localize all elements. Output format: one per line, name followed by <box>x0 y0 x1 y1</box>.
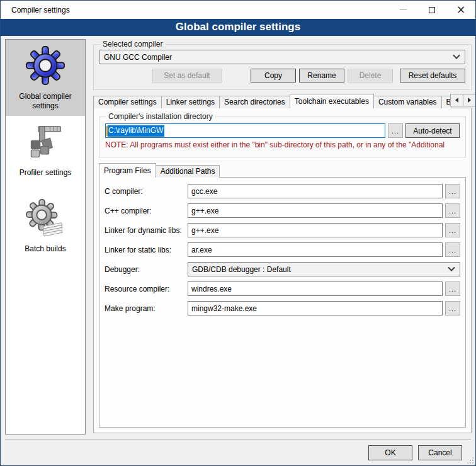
sidebar-item-label: Profiler settings <box>10 168 81 178</box>
page-title: Global compiler settings <box>1 19 475 36</box>
field-label: C++ compiler: <box>105 207 188 215</box>
resource-compiler-input[interactable] <box>188 281 443 296</box>
close-icon: × <box>456 4 465 15</box>
delete-button[interactable]: Delete <box>348 69 393 82</box>
tab-scroll-left-button[interactable] <box>450 94 463 106</box>
tab-scroll-right-button[interactable] <box>463 94 476 106</box>
chevron-down-icon <box>448 264 455 271</box>
row-c-compiler: C compiler: ... <box>105 184 460 198</box>
reset-defaults-button[interactable]: Reset defaults <box>400 69 465 82</box>
settings-category-list: Global compiler settings <box>5 39 86 435</box>
compiler-select[interactable]: GNU GCC Compiler <box>99 50 465 64</box>
minimize-button[interactable] <box>388 1 417 19</box>
selected-compiler-group: Selected compiler GNU GCC Compiler Set a… <box>93 40 472 90</box>
sidebar-item-label: Batch builds <box>10 244 81 254</box>
compiler-select-value: GNU GCC Compiler <box>104 53 454 62</box>
subtab-program-files[interactable]: Program Files <box>99 163 156 178</box>
footer-buttons: OK Cancel <box>368 445 462 460</box>
caliper-icon <box>25 122 65 162</box>
auto-detect-button[interactable]: Auto-detect <box>405 123 460 138</box>
row-debugger: Debugger: GDB/CDB debugger : Default <box>105 262 460 276</box>
field-label: Linker for static libs: <box>105 246 188 254</box>
sidebar-item-batch-builds[interactable]: Batch builds <box>6 192 85 268</box>
tab-search-directories[interactable]: Search directories <box>219 96 290 108</box>
ok-button[interactable]: OK <box>368 445 412 460</box>
program-files-panel: C compiler: ... C++ compiler: ... Linker… <box>99 177 466 428</box>
rename-button[interactable]: Rename <box>299 69 344 82</box>
row-make-program: Make program: ... <box>105 301 460 315</box>
tab-compiler-settings[interactable]: Compiler settings <box>93 96 162 108</box>
debugger-select-value: GDB/CDB debugger : Default <box>192 265 449 274</box>
footer-divider <box>5 440 471 440</box>
sidebar-item-profiler-settings[interactable]: Profiler settings <box>6 116 85 192</box>
maximize-button[interactable] <box>417 1 446 19</box>
linker-static-input[interactable] <box>188 242 443 257</box>
field-label: C compiler: <box>105 187 188 196</box>
browse-button[interactable]: ... <box>445 223 460 237</box>
tab-scroll-arrows <box>451 94 476 106</box>
close-button[interactable]: × <box>446 1 475 19</box>
installation-directory-input[interactable]: C:\raylib\MinGW <box>105 123 385 138</box>
browse-directory-button[interactable]: ... <box>388 123 403 138</box>
field-label: Linker for dynamic libs: <box>105 226 188 235</box>
cpp-compiler-input[interactable] <box>188 203 443 218</box>
c-compiler-input[interactable] <box>188 184 443 198</box>
browse-button[interactable]: ... <box>445 242 460 257</box>
field-label: Debugger: <box>105 265 188 274</box>
arrow-right-icon <box>468 98 471 103</box>
browse-button[interactable]: ... <box>445 301 460 315</box>
browse-button[interactable]: ... <box>445 281 460 296</box>
compiler-buttons-row: Set as default Copy Rename Delete Reset … <box>99 69 465 82</box>
row-cpp-compiler: C++ compiler: ... <box>105 203 460 218</box>
bin-subdirectory-note: NOTE: All programs must exist either in … <box>105 140 460 149</box>
resize-grip[interactable] <box>466 456 473 463</box>
copy-button[interactable]: Copy <box>251 69 296 82</box>
dialog-body: Global compiler settings <box>1 36 475 465</box>
maximize-icon <box>429 7 435 13</box>
tab-linker-settings[interactable]: Linker settings <box>161 96 220 108</box>
set-as-default-button[interactable]: Set as default <box>152 69 222 82</box>
row-linker-dynamic: Linker for dynamic libs: ... <box>105 223 460 237</box>
cancel-button[interactable]: Cancel <box>418 445 462 460</box>
compiler-settings-dialog: Compiler settings × Global compiler sett… <box>0 0 476 466</box>
tab-custom-variables[interactable]: Custom variables <box>373 96 442 108</box>
installation-directory-group: Compiler's installation directory C:\ray… <box>99 112 466 157</box>
gray-gear-stack-icon <box>25 198 65 238</box>
field-label: Resource compiler: <box>105 285 188 293</box>
browse-button[interactable]: ... <box>445 203 460 218</box>
toolchain-executables-page: Compiler's installation directory C:\ray… <box>93 108 472 433</box>
installation-directory-value: C:\raylib\MinGW <box>108 125 164 137</box>
subtab-additional-paths[interactable]: Additional Paths <box>156 165 220 178</box>
field-label: Make program: <box>105 304 188 313</box>
chevron-down-icon <box>453 52 460 59</box>
installation-directory-row: C:\raylib\MinGW ... Auto-detect <box>105 123 460 138</box>
sidebar-item-label: Global compiler settings <box>10 92 81 111</box>
tab-toolchain-executables[interactable]: Toolchain executables <box>290 94 374 108</box>
blue-gear-icon <box>25 45 65 86</box>
window-title: Compiler settings <box>1 6 388 14</box>
sidebar-item-global-compiler-settings[interactable]: Global compiler settings <box>6 40 85 116</box>
toolchain-subtabstrip: Program Files Additional Paths <box>99 164 466 178</box>
browse-button[interactable]: ... <box>445 184 460 198</box>
debugger-select[interactable]: GDB/CDB debugger : Default <box>188 262 460 276</box>
installation-directory-group-label: Compiler's installation directory <box>106 112 215 121</box>
make-program-input[interactable] <box>188 301 443 315</box>
arrow-left-icon <box>455 98 458 103</box>
row-linker-static: Linker for static libs: ... <box>105 242 460 257</box>
settings-tabstrip: Compiler settings Linker settings Search… <box>93 94 471 108</box>
row-resource-compiler: Resource compiler: ... <box>105 281 460 296</box>
linker-dynamic-input[interactable] <box>188 223 443 237</box>
titlebar: Compiler settings × <box>1 1 475 19</box>
selected-compiler-group-label: Selected compiler <box>100 40 165 48</box>
minimize-icon <box>400 9 407 10</box>
